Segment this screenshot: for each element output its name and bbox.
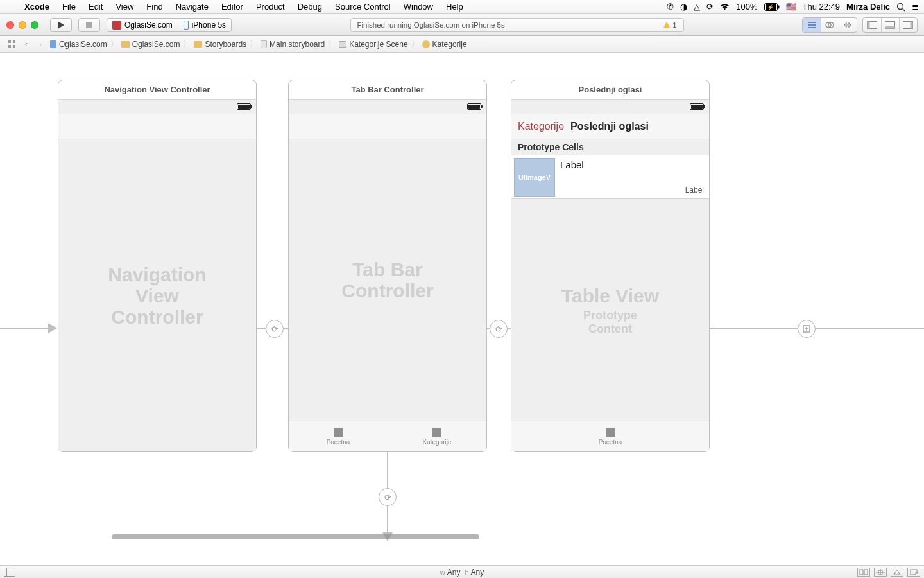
size-class-control[interactable]: wAny hAny bbox=[440, 568, 484, 577]
watermark: Navigation View Controller bbox=[108, 264, 207, 328]
scene-title[interactable]: Navigation View Controller bbox=[58, 80, 256, 100]
menu-product[interactable]: Product bbox=[250, 2, 291, 12]
segue-node[interactable]: ⟳ bbox=[379, 488, 397, 506]
scene-body: Tab Bar Controller bbox=[289, 139, 486, 421]
pin-button[interactable] bbox=[874, 568, 887, 577]
svg-rect-2 bbox=[778, 5, 779, 8]
resizing-button[interactable] bbox=[907, 568, 920, 577]
toggle-navigator-button[interactable] bbox=[863, 18, 881, 32]
scheme-destination-label: iPhone 5s bbox=[192, 21, 226, 30]
tab-item-pocetna[interactable]: Pocetna bbox=[511, 421, 709, 451]
svg-point-4 bbox=[898, 3, 903, 9]
spotlight-icon[interactable] bbox=[896, 3, 905, 12]
back-button[interactable]: ‹ bbox=[19, 39, 33, 50]
watermark: Tab Bar Controller bbox=[338, 259, 437, 301]
tab-item-pocetna[interactable]: Pocetna bbox=[289, 421, 388, 451]
zoom-window-button[interactable] bbox=[31, 21, 38, 29]
svg-rect-6 bbox=[86, 22, 92, 28]
standard-editor-button[interactable] bbox=[803, 18, 821, 32]
tab-item-kategorije[interactable]: Kategorije bbox=[388, 421, 486, 451]
drive-icon[interactable]: △ bbox=[694, 2, 700, 12]
menu-window[interactable]: Window bbox=[397, 2, 440, 12]
battery-percent: 100% bbox=[736, 2, 757, 12]
forward-button[interactable]: › bbox=[33, 39, 47, 50]
initial-viewcontroller-arrow[interactable] bbox=[0, 328, 56, 329]
scene-title[interactable]: Tab Bar Controller bbox=[289, 80, 486, 100]
version-editor-button[interactable] bbox=[839, 18, 857, 32]
segue-node[interactable] bbox=[798, 320, 816, 338]
issues-button[interactable]: 1 bbox=[663, 21, 676, 29]
segue-node[interactable]: ⟳ bbox=[266, 320, 284, 338]
minimize-window-button[interactable] bbox=[19, 21, 26, 29]
toggle-utilities-button[interactable] bbox=[899, 18, 917, 32]
cell-subtitle-label[interactable]: Label bbox=[685, 186, 704, 195]
watermark: Table View Prototype Content bbox=[561, 285, 660, 335]
document-outline-toggle[interactable] bbox=[4, 568, 15, 577]
navbar-title[interactable]: Poslednji oglasi bbox=[570, 121, 649, 132]
menu-debug[interactable]: Debug bbox=[291, 2, 329, 12]
navigation-bar[interactable]: Kategorije Poslednji oglasi bbox=[511, 114, 709, 139]
stop-button[interactable] bbox=[78, 18, 100, 32]
navigation-bar[interactable] bbox=[58, 114, 256, 139]
crumb-group1[interactable]: OglasiSe.com bbox=[119, 40, 183, 49]
menu-sourcecontrol[interactable]: Source Control bbox=[329, 2, 397, 12]
tabbar-controller-scene[interactable]: Tab Bar Controller Tab Bar Controller Po… bbox=[288, 80, 487, 452]
assistant-editor-button[interactable] bbox=[821, 18, 839, 32]
user-menu[interactable]: Mirza Delic bbox=[846, 2, 890, 12]
tab-bar[interactable]: Pocetna Kategorije bbox=[289, 421, 486, 451]
folder-icon bbox=[121, 41, 130, 48]
app-menu[interactable]: Xcode bbox=[18, 2, 56, 12]
clock[interactable]: Thu 22:49 bbox=[803, 2, 841, 12]
close-window-button[interactable] bbox=[6, 21, 14, 29]
svg-rect-20 bbox=[13, 40, 15, 43]
menu-navigate[interactable]: Navigate bbox=[169, 2, 215, 12]
cell-title-label[interactable]: Label bbox=[560, 159, 584, 170]
menu-editor[interactable]: Editor bbox=[215, 2, 250, 12]
device-icon bbox=[184, 21, 189, 30]
flag-icon[interactable]: 🇺🇸 bbox=[786, 2, 796, 12]
battery-icon: ⚡ bbox=[764, 3, 780, 11]
tableview-scene[interactable]: Poslednji oglasi Kategorije Poslednji og… bbox=[511, 80, 710, 452]
svg-line-5 bbox=[903, 8, 905, 11]
tableview-body[interactable]: Table View Prototype Content bbox=[511, 199, 709, 421]
related-items-button[interactable] bbox=[5, 39, 19, 50]
scheme-target[interactable]: OglasiSe.com bbox=[107, 19, 178, 31]
crumb-scene[interactable]: Kategorije Scene bbox=[336, 40, 410, 49]
align-button[interactable] bbox=[857, 568, 870, 577]
prototype-cell[interactable]: UIImageV Label Label bbox=[511, 155, 709, 199]
toggle-debug-button[interactable] bbox=[881, 18, 899, 32]
navigation-controller-scene[interactable]: Navigation View Controller Navigation Vi… bbox=[58, 80, 257, 452]
svg-rect-17 bbox=[911, 21, 913, 28]
segue-node[interactable]: ⟳ bbox=[490, 320, 508, 338]
back-button-label[interactable]: Kategorije bbox=[518, 121, 564, 132]
svg-rect-18 bbox=[8, 40, 11, 43]
menu-file[interactable]: File bbox=[56, 2, 82, 12]
crumb-storyboard[interactable]: Main.storyboard bbox=[258, 40, 327, 49]
crumb-project[interactable]: OglasiSe.com bbox=[47, 40, 110, 49]
menu-view[interactable]: View bbox=[109, 2, 140, 12]
viber-icon[interactable]: ✆ bbox=[667, 2, 674, 12]
uiimageview[interactable]: UIImageV bbox=[514, 158, 555, 197]
resolve-issues-button[interactable] bbox=[891, 568, 903, 577]
menu-help[interactable]: Help bbox=[440, 2, 470, 12]
menu-edit[interactable]: Edit bbox=[82, 2, 109, 12]
horizontal-scrollbar[interactable] bbox=[112, 534, 479, 539]
dnd-icon[interactable]: ◑ bbox=[680, 2, 687, 12]
crumb-controller[interactable]: Kategorije bbox=[420, 40, 470, 49]
navigation-bar[interactable] bbox=[289, 114, 486, 139]
scheme-selector[interactable]: OglasiSe.com iPhone 5s bbox=[107, 18, 232, 32]
folder-icon bbox=[194, 41, 202, 48]
wifi-icon[interactable] bbox=[720, 3, 730, 10]
interface-builder-canvas[interactable]: Navigation View Controller Navigation Vi… bbox=[0, 53, 924, 565]
segue-line bbox=[710, 328, 924, 329]
menu-find[interactable]: Find bbox=[140, 2, 169, 12]
status-bar bbox=[511, 100, 709, 114]
run-button[interactable] bbox=[50, 18, 72, 32]
tab-bar[interactable]: Pocetna bbox=[511, 421, 709, 451]
crumb-group2[interactable]: Storyboards bbox=[191, 40, 249, 49]
warning-icon bbox=[663, 22, 670, 28]
sync-icon[interactable]: ⟳ bbox=[706, 2, 714, 12]
scene-title[interactable]: Poslednji oglasi bbox=[511, 80, 709, 100]
scheme-destination[interactable]: iPhone 5s bbox=[178, 19, 231, 31]
notification-center-icon[interactable]: ≣ bbox=[912, 2, 919, 12]
